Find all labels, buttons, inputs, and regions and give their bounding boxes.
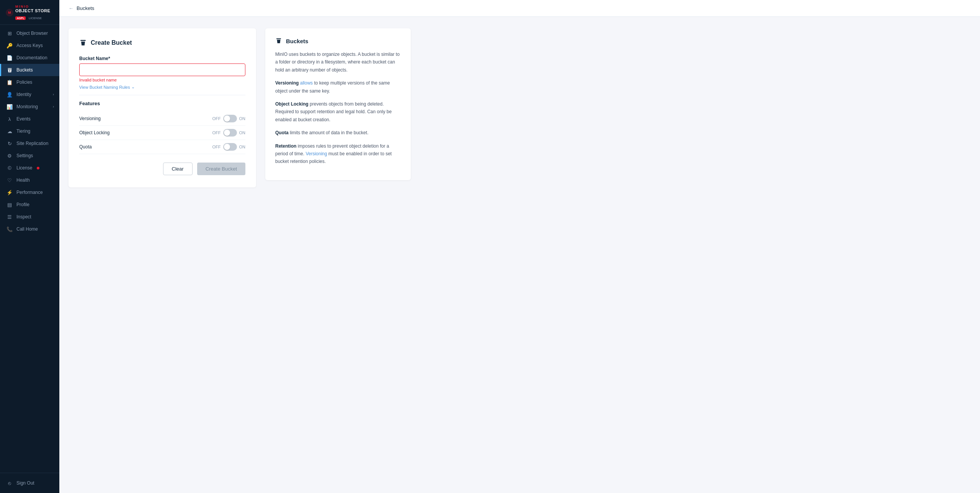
sidebar-item-performance[interactable]: ⚡ Performance xyxy=(0,186,59,199)
chevron-down-icon-rules: ⌄ xyxy=(131,85,135,89)
retention-strong: Retention xyxy=(275,143,296,149)
sidebar-item-profile[interactable]: ▤ Profile xyxy=(0,199,59,211)
bucket-name-label: Bucket Name* xyxy=(79,56,245,61)
sidebar-item-identity[interactable]: 👤 Identity › xyxy=(0,88,59,101)
versioning-link[interactable]: allows xyxy=(300,80,313,86)
object-locking-toggle-group: OFF ON xyxy=(212,129,246,137)
sidebar-item-object-browser[interactable]: ⊞ Object Browser xyxy=(0,27,59,39)
sidebar-label-inspect: Inspect xyxy=(16,214,31,220)
phone-icon: 📞 xyxy=(7,226,13,232)
create-bucket-button[interactable]: Create Bucket xyxy=(197,163,245,175)
grid-icon: ⊞ xyxy=(7,30,13,36)
retention-versioning-link[interactable]: Versioning xyxy=(305,151,327,156)
sidebar-item-tiering[interactable]: ☁ Tiering xyxy=(0,125,59,137)
sign-out-label: Sign Out xyxy=(16,480,34,486)
sidebar-label-license: License xyxy=(16,165,32,171)
info-card: Buckets MinIO uses buckets to organize o… xyxy=(265,28,411,180)
minio-logo-icon: M xyxy=(5,8,14,17)
sidebar-item-call-home[interactable]: 📞 Call Home xyxy=(0,223,59,235)
sidebar-item-documentation[interactable]: 📄 Documentation xyxy=(0,52,59,64)
page-content: Create Bucket Bucket Name* Invalid bucke… xyxy=(59,17,980,199)
sidebar-label-access-keys: Access Keys xyxy=(16,43,43,48)
create-bucket-title: Create Bucket xyxy=(91,39,132,46)
logo-store: OBJECT STORE xyxy=(15,8,50,13)
breadcrumb: Buckets xyxy=(77,5,94,11)
quota-label: Quota xyxy=(79,144,92,150)
sidebar-label-events: Events xyxy=(16,116,31,122)
object-locking-on-label: ON xyxy=(239,130,246,135)
sign-out-icon: ⎋ xyxy=(7,480,13,486)
object-locking-row: Object Locking OFF ON xyxy=(79,126,245,140)
svg-rect-2 xyxy=(80,40,85,41)
sidebar-item-buckets[interactable]: Buckets xyxy=(0,64,59,76)
quota-off-label: OFF xyxy=(212,145,221,149)
replication-icon: ↻ xyxy=(7,140,13,146)
locking-strong: Object Locking xyxy=(275,101,309,107)
sidebar-item-policies[interactable]: 📋 Policies xyxy=(0,76,59,88)
info-title: Buckets xyxy=(286,38,308,44)
info-para-1: MinIO uses buckets to organize objects. … xyxy=(275,50,401,74)
card-title: Create Bucket xyxy=(79,39,245,47)
bucket-name-error: Invalid bucket name xyxy=(79,78,245,82)
sidebar-item-license[interactable]: © License xyxy=(0,162,59,174)
sidebar-label-documentation: Documentation xyxy=(16,55,47,60)
doc-icon: 📄 xyxy=(7,55,13,61)
bucket-icon xyxy=(7,67,13,73)
quota-on-label: ON xyxy=(239,145,246,149)
monitoring-icon: 📊 xyxy=(7,104,13,110)
sidebar-item-site-replication[interactable]: ↻ Site Replication xyxy=(0,137,59,150)
performance-icon: ⚡ xyxy=(7,189,13,195)
logo-minio: MINIO xyxy=(15,5,50,8)
svg-rect-3 xyxy=(276,38,281,39)
sidebar-label-site-replication: Site Replication xyxy=(16,141,48,146)
sidebar-item-settings[interactable]: ⚙ Settings xyxy=(0,150,59,162)
sidebar-label-identity: Identity xyxy=(16,92,31,97)
quota-toggle-group: OFF ON xyxy=(212,143,246,151)
logo: M MINIO OBJECT STORE AGPL LICENSE xyxy=(0,0,59,25)
bucket-title-icon xyxy=(79,39,87,47)
create-bucket-card: Create Bucket Bucket Name* Invalid bucke… xyxy=(69,28,256,187)
info-para-quota: Quota limits the amount of data in the b… xyxy=(275,129,401,137)
info-card-title: Buckets xyxy=(275,37,401,44)
versioning-label: Versioning xyxy=(79,116,101,121)
object-locking-toggle[interactable] xyxy=(223,129,237,137)
sidebar-item-events[interactable]: λ Events xyxy=(0,113,59,125)
sidebar-label-call-home: Call Home xyxy=(16,226,38,232)
clear-button[interactable]: Clear xyxy=(163,163,193,175)
info-para-versioning: Versioning allows to keep multiple versi… xyxy=(275,79,401,95)
sidebar-item-monitoring[interactable]: 📊 Monitoring › xyxy=(0,101,59,113)
chevron-down-icon-monitoring: › xyxy=(53,105,54,109)
logo-badge: AGPL xyxy=(15,16,26,20)
object-locking-label: Object Locking xyxy=(79,130,109,135)
sign-out-button[interactable]: ⎋ Sign Out xyxy=(0,477,59,489)
sidebar-item-health[interactable]: ♡ Health xyxy=(0,174,59,186)
chevron-down-icon: › xyxy=(53,93,54,96)
quota-toggle[interactable] xyxy=(223,143,237,151)
naming-rules-label: View Bucket Naming Rules xyxy=(79,85,130,89)
versioning-strong: Versioning xyxy=(275,80,299,86)
license-icon: © xyxy=(7,165,13,171)
topbar: ← Buckets xyxy=(59,0,980,17)
sidebar-item-inspect[interactable]: ☰ Inspect xyxy=(0,211,59,223)
logo-license: LICENSE xyxy=(29,16,42,20)
sidebar-item-access-keys[interactable]: 🔑 Access Keys xyxy=(0,39,59,52)
policy-icon: 📋 xyxy=(7,79,13,85)
naming-rules-link[interactable]: View Bucket Naming Rules ⌄ xyxy=(79,85,245,89)
sidebar-label-object-browser: Object Browser xyxy=(16,31,48,36)
features-title: Features xyxy=(79,95,245,106)
object-locking-off-label: OFF xyxy=(212,130,221,135)
info-bucket-icon xyxy=(275,37,282,44)
key-icon: 🔑 xyxy=(7,42,13,49)
versioning-toggle[interactable] xyxy=(223,115,237,122)
quota-rest: limits the amount of data in the bucket. xyxy=(290,130,368,135)
sidebar-label-settings: Settings xyxy=(16,153,33,158)
quota-row: Quota OFF ON xyxy=(79,140,245,154)
main-content: ← Buckets Create Bucket Bucket Name* Inv… xyxy=(59,0,980,493)
bucket-name-input[interactable] xyxy=(79,63,245,76)
back-arrow-icon[interactable]: ← xyxy=(69,5,74,11)
form-actions: Clear Create Bucket xyxy=(79,163,245,175)
profile-icon: ▤ xyxy=(7,202,13,208)
lambda-icon: λ xyxy=(7,116,13,122)
health-icon: ♡ xyxy=(7,177,13,183)
sidebar-label-policies: Policies xyxy=(16,80,32,85)
